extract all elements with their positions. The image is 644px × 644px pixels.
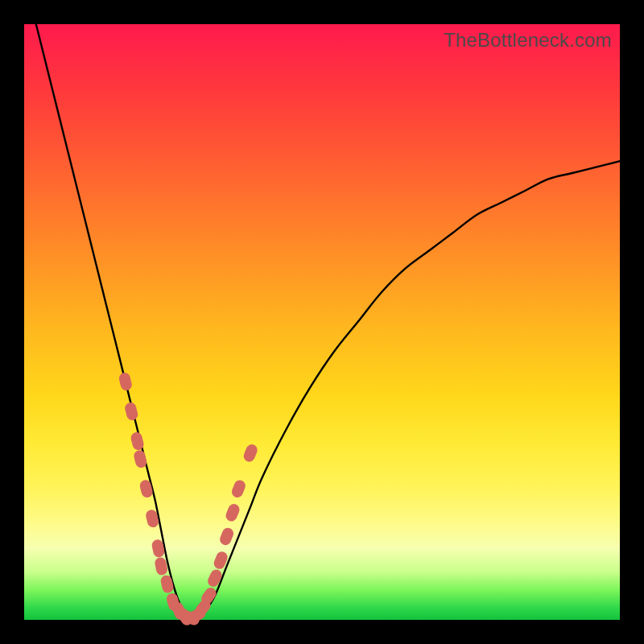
bead-marker bbox=[118, 372, 133, 392]
svg-rect-19 bbox=[224, 502, 241, 523]
plot-area: TheBottleneck.com bbox=[24, 24, 620, 620]
svg-rect-0 bbox=[118, 372, 133, 392]
svg-rect-18 bbox=[218, 526, 235, 547]
bead-markers-group bbox=[118, 372, 258, 628]
svg-rect-4 bbox=[138, 479, 154, 499]
bead-marker bbox=[230, 478, 247, 499]
svg-rect-21 bbox=[242, 443, 259, 464]
bottleneck-curve-path bbox=[36, 24, 620, 621]
bead-marker bbox=[242, 443, 259, 464]
chart-frame: TheBottleneck.com bbox=[0, 0, 644, 644]
bead-marker bbox=[206, 568, 224, 588]
svg-rect-16 bbox=[206, 568, 224, 588]
bead-marker bbox=[138, 479, 154, 499]
bead-marker bbox=[159, 574, 174, 594]
svg-rect-20 bbox=[230, 478, 247, 499]
svg-rect-8 bbox=[159, 574, 174, 594]
bottleneck-curve-svg bbox=[24, 24, 620, 620]
bead-marker bbox=[124, 402, 139, 422]
bead-marker bbox=[218, 526, 235, 547]
bead-marker bbox=[224, 502, 241, 523]
svg-rect-1 bbox=[124, 402, 139, 422]
